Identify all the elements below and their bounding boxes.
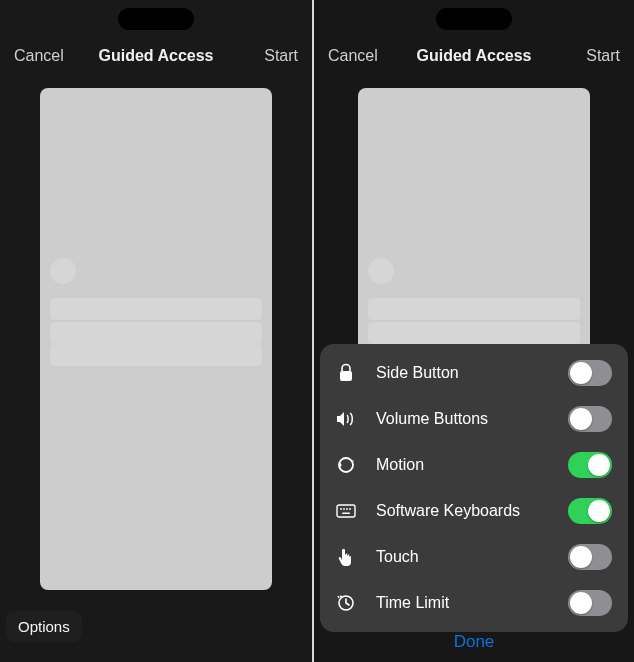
- option-label: Volume Buttons: [376, 410, 550, 428]
- motion-icon: [334, 455, 358, 475]
- volume-icon: [334, 411, 358, 427]
- toggle-touch[interactable]: [568, 544, 612, 570]
- toggle-time-limit[interactable]: [568, 590, 612, 616]
- option-label: Motion: [376, 456, 550, 474]
- svg-point-3: [340, 508, 342, 510]
- device-notch: [436, 8, 512, 30]
- lock-icon: [334, 363, 358, 383]
- options-sheet: Side Button Volume Buttons Motion Softwa…: [320, 344, 628, 632]
- nav-bar: Cancel Guided Access Start: [314, 34, 634, 78]
- option-label: Software Keyboards: [376, 502, 550, 520]
- toggle-software-keyboards[interactable]: [568, 498, 612, 524]
- start-button[interactable]: Start: [260, 43, 302, 69]
- option-label: Time Limit: [376, 594, 550, 612]
- option-motion: Motion: [320, 442, 628, 488]
- options-button[interactable]: Options: [6, 611, 82, 642]
- toggle-motion[interactable]: [568, 452, 612, 478]
- timelimit-icon: [334, 594, 358, 612]
- keyboard-icon: [334, 504, 358, 518]
- svg-point-1: [339, 458, 353, 472]
- page-title: Guided Access: [98, 47, 213, 65]
- page-title: Guided Access: [416, 47, 531, 65]
- cancel-button[interactable]: Cancel: [10, 43, 68, 69]
- option-time-limit: Time Limit: [320, 580, 628, 626]
- toggle-volume-buttons[interactable]: [568, 406, 612, 432]
- svg-rect-0: [340, 371, 352, 381]
- nav-bar: Cancel Guided Access Start: [0, 34, 312, 78]
- cancel-button[interactable]: Cancel: [324, 43, 382, 69]
- option-label: Touch: [376, 548, 550, 566]
- guided-access-screen-options-collapsed: Cancel Guided Access Start Options: [0, 0, 312, 662]
- option-volume-buttons: Volume Buttons: [320, 396, 628, 442]
- touch-icon: [334, 547, 358, 567]
- start-button[interactable]: Start: [582, 43, 624, 69]
- guided-access-screen-options-expanded: Cancel Guided Access Start Side Button V…: [312, 0, 634, 662]
- option-label: Side Button: [376, 364, 550, 382]
- svg-rect-7: [342, 513, 350, 515]
- svg-rect-2: [337, 505, 355, 517]
- svg-point-5: [346, 508, 348, 510]
- option-touch: Touch: [320, 534, 628, 580]
- option-side-button: Side Button: [320, 350, 628, 396]
- svg-point-6: [349, 508, 351, 510]
- toggle-side-button[interactable]: [568, 360, 612, 386]
- app-preview[interactable]: [40, 88, 272, 590]
- device-notch: [118, 8, 194, 30]
- option-software-keyboards: Software Keyboards: [320, 488, 628, 534]
- svg-point-4: [343, 508, 345, 510]
